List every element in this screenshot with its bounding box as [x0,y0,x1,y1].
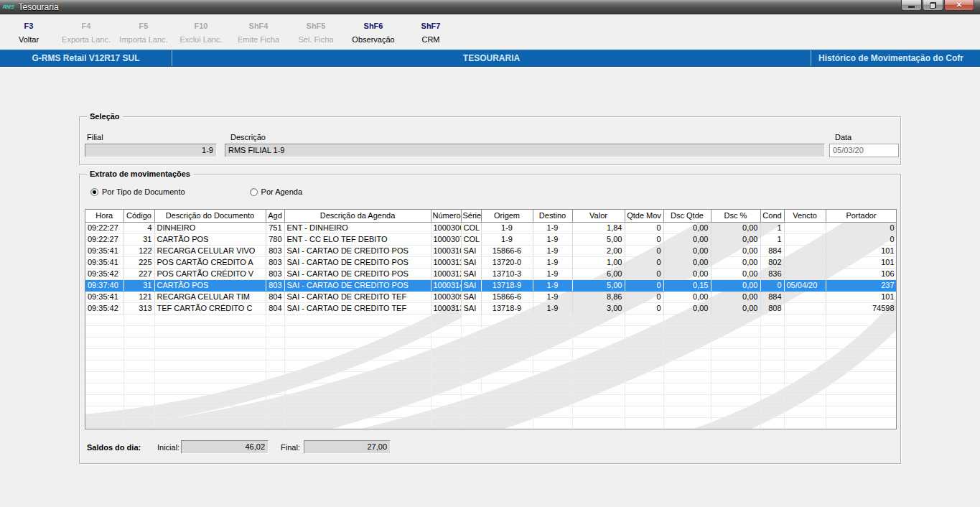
grid-empty-cell [760,325,784,337]
toolbar-item-shf6[interactable]: ShF6Observação [345,15,402,50]
toolbar-item-shf7[interactable]: ShF7CRM [402,15,459,50]
grid-col-descri-o-da-agenda[interactable]: Descrição da Agenda [284,210,431,222]
grid-col-cond[interactable]: Cond [760,210,784,222]
grid-cell: 1 [760,222,784,233]
grid-row[interactable]: 09:35:41121RECARGA CELULAR TIM804SAI - C… [85,291,897,302]
radio-por-agenda[interactable]: Por Agenda [250,187,303,196]
grid-col-origem[interactable]: Origem [481,210,533,222]
grid-empty-cell [711,394,760,406]
grid-empty-cell [625,406,663,417]
grid-empty-cell [154,371,266,383]
grid-empty-cell [533,325,572,337]
grid-cell: 09:35:42 [85,302,123,314]
grid-empty-cell [154,314,266,325]
grid-empty-cell [461,325,481,337]
toolbar-item-f3[interactable]: F3Voltar [0,15,57,50]
grid-empty-row [85,406,897,417]
selecao-groupbox: Seleção Filial Descrição Data 1-9 RMS FI… [79,116,901,165]
grid-cell: 13718-9 [481,302,533,314]
grid-col-c-digo[interactable]: Código [123,210,154,222]
grid-col-destino[interactable]: Destino [533,210,572,222]
grid-cell: 0 [625,245,663,256]
grid-empty-cell [826,383,897,394]
grid-cell: 31 [123,279,154,291]
status-header-bar: G-RMS Retail V12R17 SUL TESOURARIA Histó… [0,50,980,67]
grid-empty-cell [85,406,123,417]
grid-cell: SAI [461,302,481,314]
grid-row[interactable]: 09:35:42227POS CARTÃO CRÉDITO V803SAI - … [85,268,897,279]
grid-cell: 13710-3 [481,268,533,279]
grid-row[interactable]: 09:35:42313TEF CARTÃO CRÉDITO C804SAI - … [85,302,897,314]
filial-field: 1-9 [85,144,217,157]
grid-empty-cell [461,360,481,371]
grid-cell: 803 [266,245,284,256]
grid-cell: 0,00 [711,222,760,233]
grid-empty-cell [431,337,461,348]
grid-col-portador[interactable]: Portador [826,210,897,222]
grid-empty-cell [154,337,266,348]
grid-cell: 1000313 [431,302,461,314]
grid-empty-cell [123,325,154,337]
grid-col-n-mero[interactable]: Número [431,210,461,222]
grid-row[interactable]: 09:35:41225POS CARTÃO CRÉDITO A803SAI - … [85,256,897,268]
grid-row[interactable]: 09:22:2731CARTÃO POS780ENT - CC ELO TEF … [85,233,897,245]
grid-empty-cell [625,371,663,383]
grid-cell: 1000314 [431,279,461,291]
grid-row[interactable]: 09:37:4031CARTÃO POS803SAI - CARTAO DE C… [85,279,897,291]
grid-cell: 0 [625,256,663,268]
grid-empty-cell [711,406,760,417]
grid-cell: 106 [826,268,897,279]
grid-col-hora[interactable]: Hora [85,210,123,222]
toolbar-key-label: ShF5 [287,22,345,30]
grid-empty-row [85,314,897,325]
grid-empty-cell [481,383,533,394]
grid-cell: 74598 [826,302,897,314]
close-button[interactable]: ✕ [944,0,974,11]
grid-empty-cell [784,371,826,383]
grid-col-dsc-[interactable]: Dsc % [711,210,760,222]
grid-row[interactable]: 09:22:274DINHEIRO751ENT - DINHEIRO100030… [85,222,897,233]
extrato-groupbox: Extrato de movimentações Por Tipo de Doc… [79,174,901,464]
grid-col-agd[interactable]: Agd [266,210,284,222]
grid-cell: 5,00 [572,279,625,291]
grid-empty-cell [266,325,284,337]
grid-empty-cell [711,325,760,337]
restore-button[interactable] [923,0,943,11]
minimize-button[interactable] [901,0,922,11]
grid-cell: 802 [760,256,784,268]
grid-cell: 1-9 [533,256,572,268]
grid-col-descri-o-do-documento[interactable]: Descrição do Documento [154,210,266,222]
grid-empty-cell [123,394,154,406]
final-label: Final: [281,443,300,452]
grid-col-vencto[interactable]: Vencto [784,210,826,222]
grid-cell: ENT - CC ELO TEF DEBITO [284,233,431,245]
grid-cell: RECARGA CELULAR TIM [154,291,266,302]
grid-empty-cell [154,348,266,360]
grid-empty-cell [711,360,760,371]
grid-col-dsc-qtde[interactable]: Dsc Qtde [663,210,711,222]
grid-cell: 05/04/20 [784,279,826,291]
grid-row[interactable]: 09:35:41122RECARGA CELULAR VIVO803SAI - … [85,245,897,256]
grid-empty-cell [572,383,625,394]
grid-empty-cell [826,417,897,429]
grid-col-qtde-mov[interactable]: Qtde Mov [625,210,663,222]
grid-empty-cell [85,348,123,360]
grid-empty-cell [123,406,154,417]
radio-por-tipo-de-documento[interactable]: Por Tipo de Documento [90,187,185,196]
grid-empty-cell [284,394,431,406]
grid-empty-cell [481,371,533,383]
grid-empty-cell [431,371,461,383]
data-field[interactable]: 05/03/20 [829,144,899,157]
grid-col-valor[interactable]: Valor [572,210,625,222]
grid-col-s-rie[interactable]: Série [461,210,481,222]
grid-cell: 6,00 [572,268,625,279]
grid-cell: 5,00 [572,233,625,245]
grid-empty-cell [85,360,123,371]
grid-cell: SAI [461,268,481,279]
module-title: TESOURARIA [172,50,811,66]
grid-cell: COL [461,222,481,233]
grid-empty-cell [711,348,760,360]
grid-cell: 1000306 [431,222,461,233]
data-label: Data [835,133,851,141]
grid-cell: 1-9 [533,233,572,245]
